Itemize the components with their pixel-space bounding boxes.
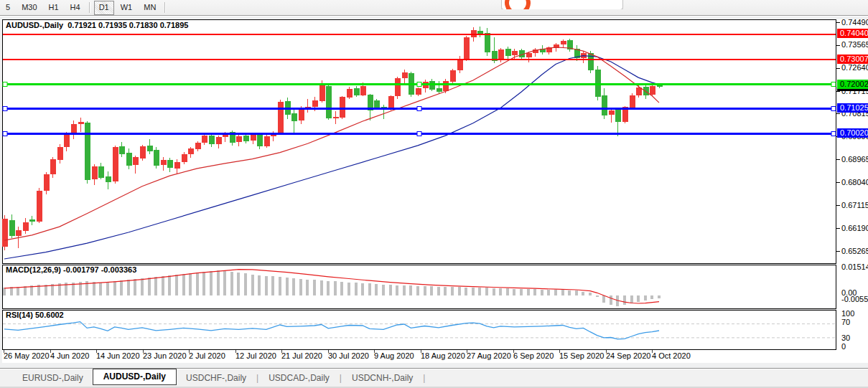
timeframe-toolbar: 5 M30 H1 H4 D1 W1 MN (0, 0, 868, 16)
timeframe-mn-button[interactable]: MN (139, 1, 161, 15)
watermark-logo (501, 0, 623, 9)
chart-tab-bar: EURUSD-,DailyAUDUSD-,DailyUSDCHF-,Daily|… (0, 368, 868, 387)
tab-usdcnh-daily[interactable]: USDCNH-,Daily (342, 371, 422, 385)
time-scale-axis[interactable] (2, 350, 836, 363)
tab-usdchf-daily[interactable]: USDCHF-,Daily (177, 371, 256, 385)
tab-separator: | (422, 373, 426, 383)
timeframe-m30-button[interactable]: M30 (17, 1, 42, 15)
timeframe-d1-button[interactable]: D1 (94, 1, 114, 15)
timeframe-h4-button[interactable]: H4 (65, 1, 85, 15)
price-scale-axis[interactable] (836, 19, 868, 363)
macd-indicator-pane[interactable] (2, 265, 836, 309)
tab-usdcad-daily[interactable]: USDCAD-,Daily (259, 371, 339, 385)
timeframe-h1-button[interactable]: H1 (44, 1, 64, 15)
price-chart-pane[interactable] (2, 19, 836, 264)
toolbar-separator (164, 2, 166, 13)
timeframe-m5-button[interactable]: 5 (1, 1, 15, 15)
tab-audusd-daily[interactable]: AUDUSD-,Daily (93, 369, 177, 385)
timeframe-w1-button[interactable]: W1 (116, 1, 138, 15)
toolbar-separator (89, 2, 90, 13)
rsi-indicator-pane[interactable] (2, 310, 836, 350)
tab-eurusd-daily[interactable]: EURUSD-,Daily (13, 371, 93, 385)
logo-swoosh-icon (501, 0, 534, 9)
